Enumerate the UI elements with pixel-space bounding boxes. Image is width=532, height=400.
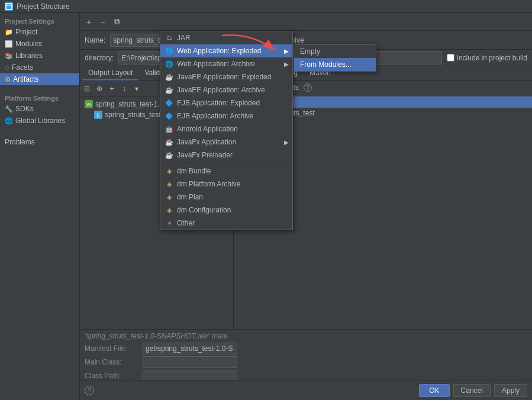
submenu-from-modules[interactable]: From Modules...	[294, 58, 376, 71]
submenu-empty[interactable]: Empty	[294, 45, 376, 58]
sidebar-item-global-libraries[interactable]: 🌐 Global Libraries	[0, 115, 79, 127]
pane-expand-btn[interactable]: ⊕	[93, 83, 105, 95]
ejb-archive-icon: 🔷	[165, 112, 173, 120]
ok-button[interactable]: OK	[419, 384, 449, 397]
libraries-icon: 📚	[5, 52, 13, 60]
menu-item-dm-platform[interactable]: ◈ dm Platform Archive	[160, 178, 292, 191]
web-archive-icon: 🌐	[165, 60, 173, 68]
info-fields: Manifest File: Main Class: Class Path:	[85, 343, 527, 382]
remove-button[interactable]: −	[96, 15, 109, 28]
split-pane: ⊟ ⊕ + ↕ ▾ W spring_struts_test-1.0-SNAPS…	[80, 81, 532, 329]
modules-icon: ⬜	[5, 40, 13, 48]
platform-settings-label: Platform Settings	[0, 90, 79, 103]
project-settings-label: Project Settings	[0, 15, 79, 26]
help-icon[interactable]: ?	[85, 386, 94, 395]
add-button[interactable]: +	[82, 15, 95, 28]
dm-config-icon: ◈	[165, 206, 173, 214]
android-icon: 🤖	[165, 125, 173, 133]
sidebar-item-problems[interactable]: Problems	[0, 136, 79, 148]
sidebar-item-facets[interactable]: ◇ Facets	[0, 62, 79, 73]
bottom-buttons: OK Cancel Apply	[80, 380, 532, 400]
war-icon: W	[85, 100, 93, 108]
main-class-label: Main Class:	[85, 358, 138, 366]
exploded-icon: E	[94, 111, 102, 119]
bottom-info: 'spring_struts_test-1.0-SNAPSHOT.war' ma…	[80, 329, 532, 384]
web-exploded-arrow: ▶	[284, 48, 289, 54]
menu-item-other[interactable]: ✦ Other	[160, 217, 292, 230]
menu-item-dm-bundle[interactable]: ◈ dm Bundle	[160, 164, 292, 178]
window-title: Project Structure	[17, 2, 69, 11]
sidebar-item-sdks[interactable]: 🔧 SDKs	[0, 103, 79, 115]
sidebar-divider	[0, 85, 79, 90]
manifest-file-row: Manifest File:	[85, 343, 527, 354]
include-build-label[interactable]: Include in project build	[447, 54, 527, 62]
menu-item-ejb-exploded[interactable]: 🔷 EJB Application: Exploded	[160, 96, 292, 109]
manifest-file-label: Manifest File:	[85, 344, 138, 353]
tab-output-layout[interactable]: Output Layout	[82, 66, 138, 80]
pane-sort-btn[interactable]: ↕	[118, 83, 130, 95]
dm-bundle-icon: ◈	[165, 167, 173, 175]
sidebar-item-libraries[interactable]: 📚 Libraries	[0, 50, 79, 62]
facets-icon: ◇	[5, 64, 9, 72]
toolbar-row: + − ⧉	[80, 13, 532, 31]
dm-platform-icon: ◈	[165, 180, 173, 188]
sdks-icon: 🔧	[5, 105, 13, 113]
menu-item-web-archive[interactable]: 🌐 Web Application: Archive ▶	[160, 57, 292, 70]
class-path-label: Class Path:	[85, 372, 138, 380]
sidebar-item-artifacts[interactable]: ⚙ Artifacts	[0, 73, 79, 85]
main-container: Project Settings 📁 Project ⬜ Modules 📚 L…	[0, 13, 532, 400]
menu-item-javafx[interactable]: ☕ JavaFx Application ▶	[160, 136, 292, 149]
pane-more-btn[interactable]: ▾	[131, 83, 143, 95]
jee-archive-icon: ☕	[165, 86, 173, 94]
project-icon: 📁	[5, 28, 13, 36]
menu-divider	[160, 163, 292, 163]
main-class-row: Main Class:	[85, 356, 527, 368]
pane-add-btn[interactable]: +	[106, 83, 118, 95]
web-archive-arrow: ▶	[284, 61, 289, 67]
manifest-file-input[interactable]	[143, 343, 237, 354]
content-area: + − ⧉ Name: Type: W Web Application: Arc…	[80, 13, 532, 400]
app-icon	[5, 2, 13, 11]
menu-item-ejb-archive[interactable]: 🔷 EJB Application: Archive	[160, 109, 292, 122]
sidebar-item-project[interactable]: 📁 Project	[0, 26, 79, 38]
menu-item-web-exploded[interactable]: 🌐 Web Application: Exploded ▶ Empty From…	[160, 44, 292, 57]
sidebar-spacer	[0, 127, 79, 136]
pane-collapse-btn[interactable]: ⊟	[81, 83, 93, 95]
jar-icon: 🗂	[165, 34, 173, 42]
ejb-exploded-icon: 🔷	[165, 99, 173, 107]
javafx-icon: ☕	[165, 138, 173, 146]
main-class-input[interactable]	[143, 356, 237, 368]
menu-item-dm-config[interactable]: ◈ dm Configuration	[160, 204, 292, 217]
javafx-preloader-icon: ☕	[165, 151, 173, 159]
name-label: Name:	[85, 36, 105, 44]
menu-item-dm-plan[interactable]: ◈ dm Plan	[160, 191, 292, 204]
javafx-arrow: ▶	[284, 139, 289, 146]
menu-item-javafx-preloader[interactable]: ☕ JavaFx Preloader	[160, 149, 292, 162]
include-build-checkbox[interactable]	[447, 54, 454, 62]
copy-button[interactable]: ⧉	[111, 15, 124, 28]
svg-rect-0	[6, 4, 12, 9]
cancel-button[interactable]: Cancel	[453, 384, 491, 397]
dm-plan-icon: ◈	[165, 193, 173, 201]
web-exploded-submenu: Empty From Modules...	[294, 44, 376, 72]
manifest-title: 'spring_struts_test-1.0-SNAPSHOT.war' ma…	[85, 332, 527, 340]
add-dropdown-menu: 🗂 JAR 🌐 Web Application: Exploded ▶ Empt…	[160, 31, 293, 230]
other-icon: ✦	[165, 219, 173, 227]
apply-button[interactable]: Apply	[494, 384, 527, 397]
menu-item-android[interactable]: 🤖 Android Application	[160, 122, 292, 136]
menu-item-jee-archive[interactable]: ☕ JavaEE Application: Archive	[160, 83, 292, 96]
jee-exploded-icon: ☕	[165, 73, 173, 81]
available-help-icon[interactable]: ?	[304, 83, 312, 92]
title-bar: Project Structure	[0, 0, 532, 13]
sidebar: Project Settings 📁 Project ⬜ Modules 📚 L…	[0, 13, 80, 400]
menu-item-jee-exploded[interactable]: ☕ JavaEE Application: Exploded	[160, 70, 292, 83]
artifacts-icon: ⚙	[5, 76, 11, 83]
menu-item-jar[interactable]: 🗂 JAR	[160, 31, 292, 44]
web-exploded-icon: 🌐	[165, 47, 173, 55]
directory-label: directory:	[85, 54, 114, 62]
sidebar-item-modules[interactable]: ⬜ Modules	[0, 38, 79, 50]
global-libraries-icon: 🌐	[5, 117, 13, 125]
